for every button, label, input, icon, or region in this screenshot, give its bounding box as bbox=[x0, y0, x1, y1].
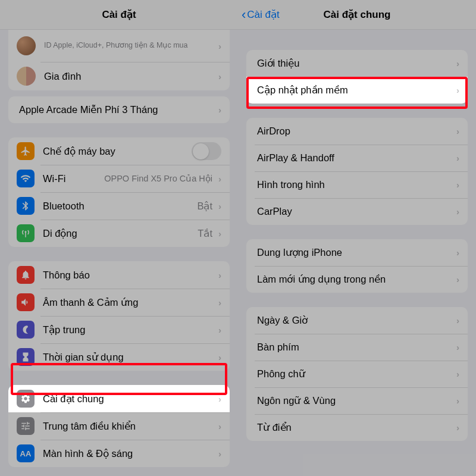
chevron-icon: › bbox=[456, 274, 459, 284]
wifi-value: OPPO Find X5 Pro Của Hội bbox=[104, 174, 212, 183]
storage-row[interactable]: Dung lượng iPhone › bbox=[246, 239, 468, 266]
chevron-icon: › bbox=[456, 58, 459, 68]
fonts-row[interactable]: Phông chữ › bbox=[246, 361, 468, 387]
chevron-icon: › bbox=[456, 248, 459, 258]
avatar-icon bbox=[17, 36, 36, 55]
chevron-icon: › bbox=[456, 85, 459, 95]
chevron-icon: › bbox=[218, 201, 221, 211]
sound-row[interactable]: Âm thanh & Cảm ứng › bbox=[8, 289, 230, 316]
about-row[interactable]: Giới thiệu › bbox=[246, 50, 468, 77]
chevron-icon: › bbox=[218, 449, 221, 459]
general-row[interactable]: Cài đặt chung › bbox=[8, 385, 230, 412]
cellular-value: Tắt bbox=[198, 228, 212, 239]
antenna-icon bbox=[17, 224, 35, 242]
chevron-icon: › bbox=[218, 421, 221, 431]
chevron-icon: › bbox=[218, 228, 221, 239]
carplay-row[interactable]: CarPlay › bbox=[246, 198, 468, 225]
chevron-icon: › bbox=[456, 422, 459, 433]
airdrop-row[interactable]: AirDrop › bbox=[246, 118, 468, 145]
chevron-icon: › bbox=[456, 206, 459, 217]
chevron-icon: › bbox=[456, 369, 459, 379]
chevron-icon: › bbox=[456, 153, 459, 163]
keyboard-row[interactable]: Bàn phím › bbox=[246, 334, 468, 361]
software-update-row[interactable]: Cập nhật phần mềm › bbox=[246, 77, 468, 104]
controlcenter-row[interactable]: Trung tâm điều khiển › bbox=[8, 412, 230, 440]
screentime-row[interactable]: Thời gian sử dụng › bbox=[8, 343, 230, 371]
dictionary-row[interactable]: Từ điển › bbox=[246, 414, 468, 441]
hourglass-icon bbox=[17, 348, 35, 366]
chevron-icon: › bbox=[456, 342, 459, 352]
chevron-icon: › bbox=[218, 105, 221, 115]
notifications-row[interactable]: Thông báo › bbox=[8, 261, 230, 289]
chevron-icon: › bbox=[456, 180, 459, 190]
family-row[interactable]: Gia đình › bbox=[8, 62, 230, 90]
airplay-row[interactable]: AirPlay & Handoff › bbox=[246, 145, 468, 171]
arcade-row[interactable]: Apple Arcade Miễn Phí 3 Tháng › bbox=[8, 96, 230, 123]
chevron-icon: › bbox=[218, 71, 221, 82]
chevron-icon: › bbox=[218, 270, 221, 280]
chevron-icon: › bbox=[218, 41, 221, 51]
bluetooth-icon bbox=[17, 197, 35, 215]
chevron-left-icon: ‹ bbox=[242, 7, 246, 23]
chevron-icon: › bbox=[456, 396, 459, 406]
airplane-row[interactable]: Chế độ máy bay bbox=[8, 137, 230, 165]
pip-row[interactable]: Hình trong hình › bbox=[246, 171, 468, 198]
settings-title: Cài đặt bbox=[102, 8, 136, 21]
datetime-row[interactable]: Ngày & Giờ › bbox=[246, 307, 468, 334]
appleid-subtitle: ID Apple, iCloud+, Phương tiện & Mục mua bbox=[44, 41, 216, 51]
general-panel: ‹ Cài đặt Cài đặt chung Giới thiệu › Cập… bbox=[238, 0, 476, 476]
sliders-icon bbox=[17, 417, 35, 435]
gear-icon bbox=[17, 390, 35, 408]
general-header: ‹ Cài đặt Cài đặt chung bbox=[238, 0, 476, 30]
wifi-icon bbox=[17, 170, 35, 187]
chevron-icon: › bbox=[218, 325, 221, 335]
cellular-row[interactable]: Di động Tắt › bbox=[8, 220, 230, 247]
focus-row[interactable]: Tập trung › bbox=[8, 316, 230, 343]
airplane-icon bbox=[17, 142, 35, 160]
text-size-icon: AA bbox=[17, 444, 35, 462]
background-refresh-row[interactable]: Làm mới ứng dụng trong nền › bbox=[246, 266, 468, 293]
language-row[interactable]: Ngôn ngữ & Vùng › bbox=[246, 387, 468, 414]
chevron-icon: › bbox=[218, 394, 221, 404]
bluetooth-value: Bật bbox=[197, 201, 212, 212]
family-avatar-icon bbox=[17, 67, 36, 86]
moon-icon bbox=[17, 321, 35, 339]
bell-icon bbox=[17, 266, 35, 284]
back-label: Cài đặt bbox=[247, 8, 279, 21]
chevron-icon: › bbox=[456, 315, 459, 325]
airplane-toggle[interactable] bbox=[192, 142, 221, 160]
settings-header: Cài đặt bbox=[0, 0, 238, 30]
settings-panel: Cài đặt ID Apple, iCloud+, Phương tiện &… bbox=[0, 0, 238, 476]
display-row[interactable]: AA Màn hình & Độ sáng › bbox=[8, 440, 230, 467]
speaker-icon bbox=[17, 293, 35, 311]
chevron-icon: › bbox=[218, 298, 221, 308]
wifi-row[interactable]: Wi-Fi OPPO Find X5 Pro Của Hội › bbox=[8, 165, 230, 192]
chevron-icon: › bbox=[218, 352, 221, 362]
back-button[interactable]: ‹ Cài đặt bbox=[242, 7, 280, 23]
chevron-icon: › bbox=[456, 126, 459, 136]
appleid-row[interactable]: ID Apple, iCloud+, Phương tiện & Mục mua… bbox=[8, 30, 230, 62]
general-title: Cài đặt chung bbox=[324, 8, 391, 21]
bluetooth-row[interactable]: Bluetooth Bật › bbox=[8, 192, 230, 220]
chevron-icon: › bbox=[218, 174, 221, 184]
